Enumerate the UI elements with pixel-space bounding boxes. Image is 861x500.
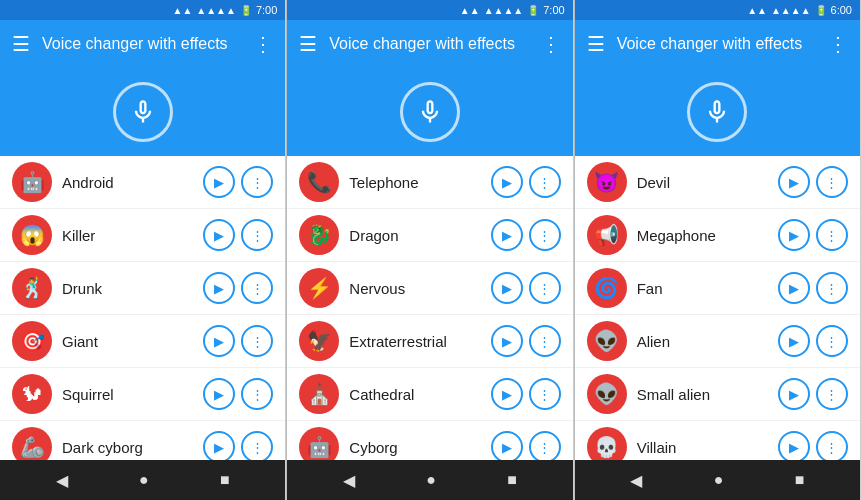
play-button[interactable]: ▶ xyxy=(203,431,235,460)
battery-icon: 🔋 xyxy=(240,5,252,16)
more-options-button[interactable]: ⋮ xyxy=(816,431,848,460)
more-options-button[interactable]: ⋮ xyxy=(529,272,561,304)
top-bar: ☰ Voice changer with effects ⋮ xyxy=(0,20,285,68)
more-options-button[interactable]: ⋮ xyxy=(529,166,561,198)
play-button[interactable]: ▶ xyxy=(203,219,235,251)
play-button[interactable]: ▶ xyxy=(491,325,523,357)
more-options-button[interactable]: ⋮ xyxy=(816,272,848,304)
play-icon: ▶ xyxy=(502,281,512,296)
play-button[interactable]: ▶ xyxy=(778,378,810,410)
more-options-button[interactable]: ⋮ xyxy=(816,325,848,357)
play-button[interactable]: ▶ xyxy=(778,325,810,357)
mic-button[interactable] xyxy=(400,82,460,142)
more-options-button[interactable]: ⋮ xyxy=(529,378,561,410)
effect-icon: 🦅 xyxy=(299,321,339,361)
home-button[interactable]: ● xyxy=(714,471,724,489)
more-options-button[interactable]: ⋮ xyxy=(529,431,561,460)
status-bar: ▲▲ ▲▲▲▲ 🔋 7:00 xyxy=(0,0,285,20)
play-button[interactable]: ▶ xyxy=(778,272,810,304)
effect-actions: ▶ ⋮ xyxy=(778,378,848,410)
recent-button[interactable]: ■ xyxy=(795,471,805,489)
play-button[interactable]: ▶ xyxy=(203,166,235,198)
recent-button[interactable]: ■ xyxy=(220,471,230,489)
back-button[interactable]: ◀ xyxy=(630,471,642,490)
play-button[interactable]: ▶ xyxy=(203,272,235,304)
more-options-button[interactable]: ⋮ xyxy=(241,166,273,198)
effect-item: 🤖 Android ▶ ⋮ xyxy=(0,156,285,209)
effect-icon: 💀 xyxy=(587,427,627,460)
effect-icon: 🦾 xyxy=(12,427,52,460)
effect-name: Fan xyxy=(637,280,768,297)
play-button[interactable]: ▶ xyxy=(491,378,523,410)
hamburger-icon[interactable]: ☰ xyxy=(299,32,317,56)
play-icon: ▶ xyxy=(214,387,224,402)
more-options-button[interactable]: ⋮ xyxy=(241,272,273,304)
play-button[interactable]: ▶ xyxy=(203,325,235,357)
back-button[interactable]: ◀ xyxy=(56,471,68,490)
play-button[interactable]: ▶ xyxy=(491,219,523,251)
app-title: Voice changer with effects xyxy=(617,35,816,53)
more-menu-icon[interactable]: ⋮ xyxy=(541,32,561,56)
play-button[interactable]: ▶ xyxy=(491,272,523,304)
play-icon: ▶ xyxy=(214,175,224,190)
phone-panel-3: ▲▲ ▲▲▲▲ 🔋 6:00 ☰ Voice changer with effe… xyxy=(575,0,861,500)
status-icons: ▲▲ ▲▲▲▲ 🔋 7:00 xyxy=(460,4,565,16)
effect-actions: ▶ ⋮ xyxy=(491,219,561,251)
more-options-button[interactable]: ⋮ xyxy=(241,219,273,251)
more-options-button[interactable]: ⋮ xyxy=(241,325,273,357)
recent-button[interactable]: ■ xyxy=(507,471,517,489)
more-options-button[interactable]: ⋮ xyxy=(816,219,848,251)
top-bar: ☰ Voice changer with effects ⋮ xyxy=(287,20,572,68)
effect-name: Giant xyxy=(62,333,193,350)
mic-icon xyxy=(129,98,157,126)
effect-icon: 👽 xyxy=(587,374,627,414)
more-options-button[interactable]: ⋮ xyxy=(529,325,561,357)
more-dots-icon: ⋮ xyxy=(538,387,551,402)
play-button[interactable]: ▶ xyxy=(203,378,235,410)
effect-actions: ▶ ⋮ xyxy=(778,431,848,460)
more-dots-icon: ⋮ xyxy=(825,440,838,455)
effect-name: Dragon xyxy=(349,227,480,244)
effect-item: 👽 Alien ▶ ⋮ xyxy=(575,315,860,368)
more-options-button[interactable]: ⋮ xyxy=(529,219,561,251)
home-button[interactable]: ● xyxy=(426,471,436,489)
hamburger-icon[interactable]: ☰ xyxy=(587,32,605,56)
mic-button[interactable] xyxy=(113,82,173,142)
play-icon: ▶ xyxy=(214,334,224,349)
back-button[interactable]: ◀ xyxy=(343,471,355,490)
more-menu-icon[interactable]: ⋮ xyxy=(253,32,273,56)
play-icon: ▶ xyxy=(789,387,799,402)
app-title: Voice changer with effects xyxy=(329,35,528,53)
play-button[interactable]: ▶ xyxy=(778,431,810,460)
more-menu-icon[interactable]: ⋮ xyxy=(828,32,848,56)
play-button[interactable]: ▶ xyxy=(491,431,523,460)
effect-name: Extraterrestrial xyxy=(349,333,480,350)
play-icon: ▶ xyxy=(789,440,799,455)
play-icon: ▶ xyxy=(502,440,512,455)
play-button[interactable]: ▶ xyxy=(491,166,523,198)
effect-icon: 📞 xyxy=(299,162,339,202)
more-options-button[interactable]: ⋮ xyxy=(241,431,273,460)
effect-actions: ▶ ⋮ xyxy=(491,431,561,460)
more-options-button[interactable]: ⋮ xyxy=(816,166,848,198)
effect-name: Small alien xyxy=(637,386,768,403)
effect-name: Nervous xyxy=(349,280,480,297)
mic-button[interactable] xyxy=(687,82,747,142)
play-button[interactable]: ▶ xyxy=(778,219,810,251)
more-options-button[interactable]: ⋮ xyxy=(241,378,273,410)
effect-actions: ▶ ⋮ xyxy=(778,272,848,304)
effect-name: Dark cyborg xyxy=(62,439,193,456)
home-button[interactable]: ● xyxy=(139,471,149,489)
wifi-icon: ▲▲ xyxy=(460,5,480,16)
more-options-button[interactable]: ⋮ xyxy=(816,378,848,410)
effect-item: 🌀 Fan ▶ ⋮ xyxy=(575,262,860,315)
phone-panel-2: ▲▲ ▲▲▲▲ 🔋 7:00 ☰ Voice changer with effe… xyxy=(287,0,573,500)
effect-icon: 🐉 xyxy=(299,215,339,255)
hamburger-icon[interactable]: ☰ xyxy=(12,32,30,56)
play-button[interactable]: ▶ xyxy=(778,166,810,198)
more-dots-icon: ⋮ xyxy=(825,334,838,349)
app-title: Voice changer with effects xyxy=(42,35,241,53)
effect-icon: 😈 xyxy=(587,162,627,202)
effect-item: 😈 Devil ▶ ⋮ xyxy=(575,156,860,209)
wifi-icon: ▲▲ xyxy=(747,5,767,16)
